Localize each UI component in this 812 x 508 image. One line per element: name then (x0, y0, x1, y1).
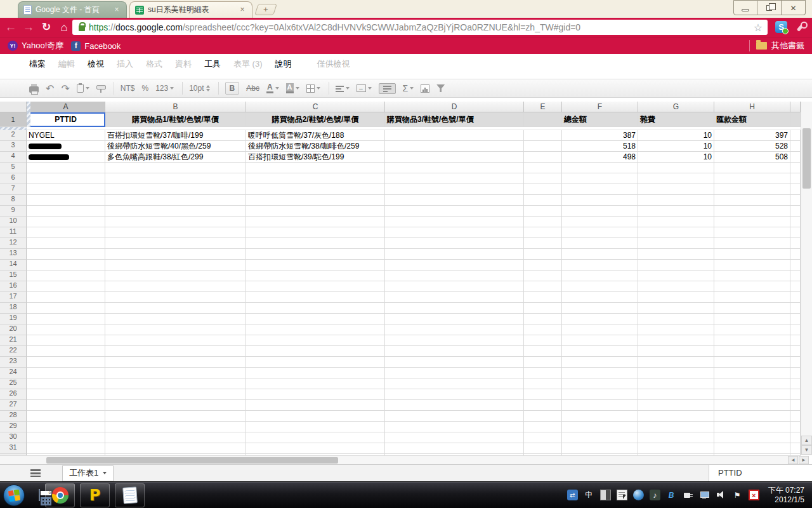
row-header-7[interactable]: 7 (0, 184, 27, 195)
cell-G25[interactable] (638, 378, 714, 389)
tab-close-icon[interactable] (112, 6, 121, 15)
column-header-E[interactable]: E (524, 102, 562, 112)
cell-C5[interactable] (246, 163, 385, 173)
text-color-button[interactable]: A (266, 83, 279, 93)
row-header-8[interactable]: 8 (0, 195, 27, 206)
cell-partial-10[interactable] (790, 217, 801, 227)
cell-F8[interactable] (562, 195, 638, 206)
cell-A4[interactable] (27, 152, 105, 163)
cell-D7[interactable] (385, 184, 524, 195)
row-header-22[interactable]: 22 (0, 346, 27, 357)
menu-item-6[interactable]: 工具 (204, 58, 221, 70)
cell-partial-31[interactable] (790, 443, 801, 454)
cell-B19[interactable] (105, 314, 246, 324)
row-header-30[interactable]: 30 (0, 432, 27, 443)
cell-partial-13[interactable] (790, 249, 801, 260)
cell-G17[interactable] (638, 292, 714, 303)
undo-icon[interactable] (46, 83, 54, 95)
cell-E19[interactable] (524, 314, 562, 324)
dropdown-arrow-icon[interactable] (86, 87, 89, 90)
cell-D17[interactable] (385, 292, 524, 303)
cell-E9[interactable] (524, 206, 562, 217)
cell-E3[interactable] (524, 141, 562, 152)
cell-D20[interactable] (385, 324, 524, 335)
cell-partial-28[interactable] (790, 411, 801, 422)
cell-H12[interactable] (714, 238, 790, 249)
scroll-right-arrow[interactable] (799, 456, 809, 464)
cell-C17[interactable] (246, 292, 385, 303)
cell-C16[interactable] (246, 281, 385, 292)
reload-button[interactable] (38, 19, 55, 36)
number-format-button[interactable]: 123 (155, 84, 174, 93)
cell-D22[interactable] (385, 346, 524, 357)
close-button[interactable] (782, 0, 806, 15)
horizontal-scrollbar[interactable] (0, 455, 801, 464)
column-header-A[interactable]: A (27, 102, 105, 112)
taskbar-clock[interactable]: 下午 07:27 2012/1/5 (768, 486, 804, 505)
row-header-3[interactable]: 3 (0, 141, 27, 152)
redo-icon[interactable] (61, 83, 69, 95)
cell-B4[interactable]: 多色魚嘴高跟鞋/38/紅色/299 (105, 152, 246, 163)
cell-F10[interactable] (562, 217, 638, 227)
cell-H14[interactable] (714, 260, 790, 271)
new-tab-button[interactable] (254, 4, 277, 15)
cell-E20[interactable] (524, 324, 562, 335)
cell-partial-25[interactable] (790, 378, 801, 389)
calculator-taskbar-icon[interactable] (39, 490, 40, 501)
cell-D9[interactable] (385, 206, 524, 217)
extension-icon[interactable] (775, 21, 787, 33)
cell-F5[interactable] (562, 163, 638, 173)
cell-B13[interactable] (105, 249, 246, 260)
cell-E7[interactable] (524, 184, 562, 195)
cell-C9[interactable] (246, 206, 385, 217)
cell-A19[interactable] (27, 314, 105, 324)
cell-F3[interactable]: 518 (562, 141, 638, 152)
row-header-2[interactable]: 2 (0, 130, 27, 141)
dropdown-arrow-icon[interactable] (296, 87, 299, 90)
row-header-29[interactable]: 29 (0, 422, 27, 432)
cell-F17[interactable] (562, 292, 638, 303)
cell-B7[interactable] (105, 184, 246, 195)
cell-E13[interactable] (524, 249, 562, 260)
row-header-9[interactable]: 9 (0, 206, 27, 217)
cell-F14[interactable] (562, 260, 638, 271)
paint-roller-icon[interactable] (96, 84, 105, 93)
bookmark-yahoo[interactable]: Yahoo!奇摩 (8, 40, 63, 51)
cell-C24[interactable] (246, 368, 385, 378)
cell-D31[interactable] (385, 443, 524, 454)
borders-button[interactable] (306, 84, 320, 93)
row-header-17[interactable]: 17 (0, 292, 27, 303)
ssl-lock-icon[interactable] (79, 25, 85, 31)
scroll-down-arrow[interactable] (801, 445, 812, 455)
cell-F4[interactable]: 498 (562, 152, 638, 163)
dropdown-arrow-icon[interactable] (317, 87, 320, 90)
cell-F18[interactable] (562, 303, 638, 314)
cell-G14[interactable] (638, 260, 714, 271)
cell-H29[interactable] (714, 422, 790, 432)
cell-A28[interactable] (27, 411, 105, 422)
font-size-spinner[interactable] (206, 85, 210, 91)
cell-F15[interactable] (562, 271, 638, 281)
cell-H3[interactable]: 528 (714, 141, 790, 152)
cell-A8[interactable] (27, 195, 105, 206)
cell-C8[interactable] (246, 195, 385, 206)
cell-G27[interactable] (638, 400, 714, 411)
cell-H18[interactable] (714, 303, 790, 314)
cell-E11[interactable] (524, 227, 562, 238)
dropdown-arrow-icon[interactable] (275, 87, 279, 90)
column-header-F[interactable]: F (562, 102, 638, 112)
cell-B31[interactable] (105, 443, 246, 454)
ime-toolbar-icon[interactable] (617, 490, 627, 500)
cell-E8[interactable] (524, 195, 562, 206)
cell-B16[interactable] (105, 281, 246, 292)
cell-partial-20[interactable] (790, 324, 801, 335)
cell-A31[interactable] (27, 443, 105, 454)
cell-A10[interactable] (27, 217, 105, 227)
cell-B20[interactable] (105, 324, 246, 335)
cell-H15[interactable] (714, 271, 790, 281)
cell-E12[interactable] (524, 238, 562, 249)
cell-partial-14[interactable] (790, 260, 801, 271)
cell-A13[interactable] (27, 249, 105, 260)
cell-H9[interactable] (714, 206, 790, 217)
cell-G9[interactable] (638, 206, 714, 217)
